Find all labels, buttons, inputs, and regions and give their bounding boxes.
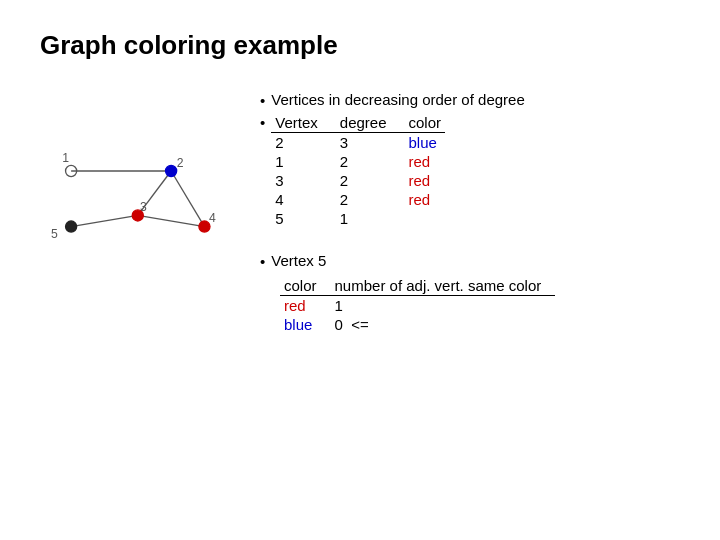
svg-text:3: 3 <box>140 200 147 214</box>
cell-degree-1: 2 <box>336 152 405 171</box>
bullet-row-2: • Vertex degree color <box>260 113 680 228</box>
adj-col-count: number of adj. vert. same color <box>331 276 556 296</box>
cell-vertex-0: 2 <box>271 133 336 153</box>
adj-cell-count-0: 1 <box>331 296 556 316</box>
col-header-degree: degree <box>336 113 405 133</box>
cell-color-0: blue <box>405 133 446 153</box>
right-panel: • Vertices in decreasing order of degree… <box>260 91 680 334</box>
table-row: 1 2 red <box>271 152 445 171</box>
cell-degree-0: 3 <box>336 133 405 153</box>
cell-vertex-4: 5 <box>271 209 336 228</box>
cell-color-1: red <box>405 152 446 171</box>
cell-degree-3: 2 <box>336 190 405 209</box>
adj-header-row: color number of adj. vert. same color <box>280 276 555 296</box>
bullet-row-1: • Vertices in decreasing order of degree <box>260 91 680 109</box>
adj-cell-color-1: blue <box>280 315 331 334</box>
vertex5-section: • Vertex 5 color number of adj. vert. sa… <box>260 252 680 334</box>
table-row: 5 1 <box>271 209 445 228</box>
cell-degree-2: 2 <box>336 171 405 190</box>
svg-point-7 <box>166 165 177 176</box>
col-header-color: color <box>405 113 446 133</box>
svg-text:2: 2 <box>177 156 184 170</box>
svg-text:5: 5 <box>51 227 58 241</box>
adj-table: color number of adj. vert. same color re… <box>280 276 555 334</box>
bullet-1-text: Vertices in decreasing order of degree <box>271 91 524 108</box>
svg-line-2 <box>138 215 205 226</box>
cell-color-4 <box>405 209 446 228</box>
table-row: 3 2 red <box>271 171 445 190</box>
adj-row: blue 0 <= <box>280 315 555 334</box>
vertex-table-wrapper: Vertex degree color 2 3 blue 1 2 red 3 2 <box>271 113 445 228</box>
adj-cell-count-1: 0 <= <box>331 315 556 334</box>
vertex-table: Vertex degree color 2 3 blue 1 2 red 3 2 <box>271 113 445 228</box>
vertex5-title-row: • Vertex 5 <box>260 252 680 270</box>
content-area: 1 2 3 4 5 • Vertices in d <box>40 91 680 334</box>
col-header-vertex: Vertex <box>271 113 336 133</box>
svg-point-13 <box>66 221 77 232</box>
cell-vertex-1: 1 <box>271 152 336 171</box>
adj-col-color: color <box>280 276 331 296</box>
svg-text:1: 1 <box>62 151 69 165</box>
svg-line-4 <box>71 215 138 226</box>
cell-color-2: red <box>405 171 446 190</box>
cell-vertex-3: 4 <box>271 190 336 209</box>
adj-cell-color-0: red <box>280 296 331 316</box>
svg-line-3 <box>171 171 204 227</box>
cell-color-3: red <box>405 190 446 209</box>
table-row: 4 2 red <box>271 190 445 209</box>
adj-table-wrapper: color number of adj. vert. same color re… <box>280 276 680 334</box>
graph-svg: 1 2 3 4 5 <box>40 91 240 291</box>
svg-text:4: 4 <box>209 211 216 225</box>
graph-diagram: 1 2 3 4 5 <box>40 91 250 311</box>
bullet-3-icon: • <box>260 253 265 270</box>
cell-degree-4: 1 <box>336 209 405 228</box>
table-row: 2 3 blue <box>271 133 445 153</box>
page: Graph coloring example 1 2 3 <box>0 0 720 540</box>
vertex5-title-text: Vertex 5 <box>271 252 326 269</box>
adj-row: red 1 <box>280 296 555 316</box>
page-title: Graph coloring example <box>40 30 680 61</box>
table-header-row: Vertex degree color <box>271 113 445 133</box>
bullet-1-icon: • <box>260 92 265 109</box>
cell-vertex-2: 3 <box>271 171 336 190</box>
bullet-2-icon: • <box>260 114 265 131</box>
bullet-section-1: • Vertices in decreasing order of degree… <box>260 91 680 228</box>
